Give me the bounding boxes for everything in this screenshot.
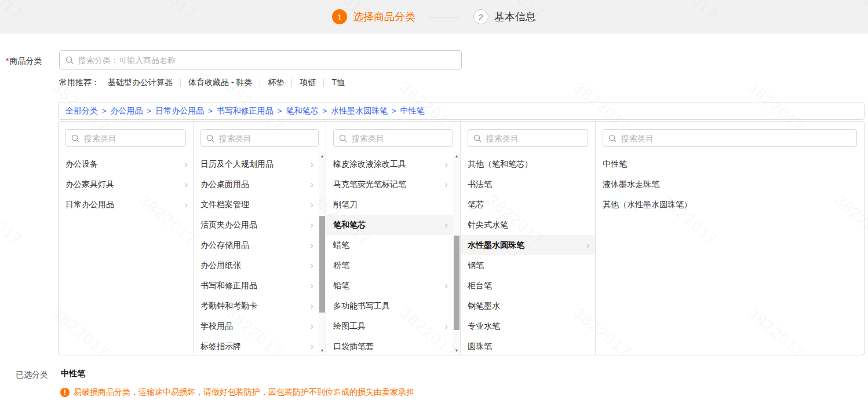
category-item[interactable]: 学校用品› [194, 316, 319, 336]
category-column-3: 橡皮涂改液涂改工具›马克笔荧光笔标记笔›削笔刀笔和笔芯›蜡笔粉笔铅笔›多功能书写… [326, 122, 461, 355]
fragile-warning: ! 易破损商品分类，运输途中易损坏，请做好包装防护，因包装防护不到位造成的损失由… [60, 387, 414, 398]
scrollbar-thumb[interactable] [454, 236, 459, 330]
category-item[interactable]: 其他（水性墨水圆珠笔） [596, 194, 864, 215]
category-item[interactable]: 多功能书写工具 [326, 296, 453, 316]
recommend-tag[interactable]: 基础型办公计算器 [108, 78, 173, 88]
breadcrumb-separator: > [392, 106, 396, 115]
scroll-up-icon[interactable]: ▲ [453, 152, 460, 160]
column-search-input[interactable] [352, 134, 457, 143]
column-search-input[interactable] [486, 134, 591, 143]
category-item-label: 书法笔 [468, 179, 492, 190]
column-search-box[interactable] [333, 129, 453, 147]
category-item[interactable]: 日历及个人规划用品› [194, 154, 319, 174]
breadcrumb-link[interactable]: 日常办公用品 [155, 106, 204, 116]
breadcrumb-link[interactable]: 笔和笔芯 [286, 106, 318, 116]
category-item[interactable]: 液体墨水走珠笔 [596, 174, 864, 194]
category-item[interactable]: 削笔刀 [326, 194, 453, 215]
recommend-tag[interactable]: 杯垫 [268, 78, 284, 88]
category-item[interactable]: 办公存储用品› [194, 235, 319, 255]
category-item[interactable]: 水性墨水圆珠笔› [461, 235, 595, 255]
category-item[interactable]: 绘图工具› [326, 316, 453, 336]
category-item-label: 针尖式水笔 [468, 220, 508, 230]
chevron-right-icon: › [444, 321, 448, 331]
column-search-box[interactable] [65, 129, 186, 147]
chevron-right-icon: › [310, 240, 313, 250]
category-item[interactable]: 书写和修正用品› [194, 276, 319, 296]
category-item[interactable]: 办公桌面用品› [194, 174, 319, 194]
category-item[interactable]: 考勤钟和考勤卡› [194, 296, 319, 316]
category-item[interactable]: 文件档案管理› [194, 194, 319, 215]
recommend-tag[interactable]: 项链 [300, 78, 316, 88]
category-item-label: 中性笔 [603, 159, 627, 170]
category-item[interactable]: 针尖式水笔 [461, 215, 595, 235]
tag-divider [291, 79, 292, 87]
chevron-right-icon: › [310, 321, 313, 331]
category-item[interactable]: 标签指示牌› [194, 336, 319, 355]
breadcrumb-separator: > [147, 106, 152, 115]
step-2-basic-info: 2 基本信息 [473, 9, 536, 24]
scroll-down-icon[interactable]: ▼ [319, 346, 326, 354]
column-scrollbar[interactable]: ▲▼ [453, 152, 460, 355]
category-item[interactable]: 其他（笔和笔芯） [461, 154, 595, 174]
step-1-label: 选择商品分类 [353, 10, 415, 24]
recommend-label: 常用推荐： [59, 78, 100, 88]
chevron-right-icon: › [310, 179, 313, 189]
category-list: 办公设备›办公家具灯具›日常办公用品› [59, 154, 193, 215]
category-item[interactable]: 铅笔› [326, 276, 453, 296]
category-item[interactable]: 办公家具灯具› [59, 174, 193, 194]
category-item[interactable]: 柜台笔 [461, 276, 595, 296]
scroll-down-icon[interactable]: ▼ [453, 346, 460, 354]
category-item[interactable]: 口袋插笔套 [326, 336, 453, 355]
column-search-input[interactable] [219, 134, 324, 143]
column-scrollbar[interactable]: ▲▼ [319, 152, 326, 355]
category-search-input[interactable] [78, 56, 455, 65]
category-item[interactable]: 笔和笔芯› [326, 215, 453, 235]
breadcrumb-link[interactable]: 全部分类 [65, 106, 98, 116]
scrollbar-thumb[interactable] [319, 216, 325, 313]
selected-category-value: 中性笔 [61, 369, 85, 379]
category-item[interactable]: 马克笔荧光笔标记笔› [326, 174, 453, 194]
category-item[interactable]: 专业水笔 [461, 316, 595, 336]
chevron-right-icon: › [586, 240, 590, 250]
search-icon [608, 134, 617, 142]
stepper-header: 1 选择商品分类 2 基本信息 [0, 0, 868, 34]
category-item[interactable]: 办公用纸张› [194, 255, 319, 276]
breadcrumb-link[interactable]: 水性墨水圆珠笔 [331, 106, 388, 116]
category-item[interactable]: 橡皮涂改液涂改工具› [326, 154, 453, 174]
step-2-label: 基本信息 [494, 10, 536, 24]
category-item[interactable]: 中性笔 [596, 154, 864, 174]
breadcrumb-link[interactable]: 中性笔 [400, 106, 425, 116]
chevron-right-icon: › [310, 301, 313, 311]
required-asterisk: * [6, 56, 9, 65]
chevron-right-icon: › [310, 159, 313, 169]
scroll-up-icon[interactable]: ▲ [319, 152, 326, 160]
column-search-box[interactable] [200, 129, 319, 147]
category-item[interactable]: 蜡笔 [326, 235, 453, 255]
category-item[interactable]: 活页夹办公用品› [194, 215, 319, 235]
category-item[interactable]: 钢笔墨水 [461, 296, 595, 316]
category-item[interactable]: 笔芯 [461, 194, 595, 215]
category-search-box[interactable] [59, 50, 462, 69]
chevron-right-icon: › [184, 159, 188, 169]
chevron-right-icon: › [310, 220, 313, 230]
category-item[interactable]: 办公设备› [59, 154, 193, 174]
chevron-right-icon: › [184, 179, 188, 189]
step-1-select-category: 1 选择商品分类 [332, 9, 415, 24]
category-item[interactable]: 日常办公用品› [59, 194, 193, 215]
category-item-label: 削笔刀 [333, 200, 358, 210]
category-item-label: 钢笔墨水 [468, 301, 500, 311]
category-item[interactable]: 圆珠笔 [461, 336, 595, 355]
category-item[interactable]: 书法笔 [461, 174, 595, 194]
breadcrumb-link[interactable]: 书写和修正用品 [217, 106, 273, 116]
category-item-label: 其他（水性墨水圆珠笔） [603, 200, 692, 210]
breadcrumb-link[interactable]: 办公用品 [111, 106, 143, 116]
column-search-input[interactable] [621, 134, 851, 143]
recommend-tag[interactable]: T恤 [331, 78, 345, 88]
category-item-label: 考勤钟和考勤卡 [200, 301, 257, 311]
column-search-box[interactable] [468, 129, 588, 147]
recommend-tag[interactable]: 体育收藏品 - 鞋类 [188, 78, 252, 88]
category-item[interactable]: 钢笔 [461, 255, 595, 276]
column-search-input[interactable] [84, 134, 189, 143]
category-item[interactable]: 粉笔 [326, 255, 453, 276]
column-search-box[interactable] [603, 129, 857, 147]
